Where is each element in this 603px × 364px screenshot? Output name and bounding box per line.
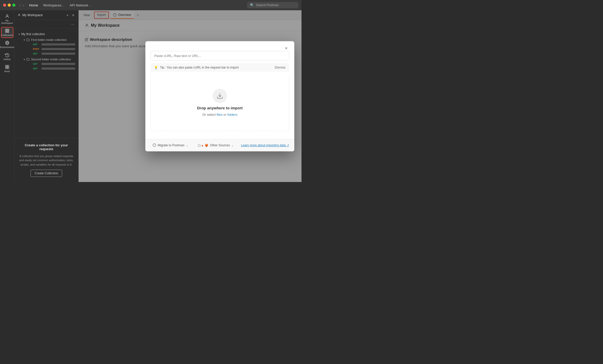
left-panel: My Workspace + ≡ ··· ▾ My first collecti… xyxy=(14,10,79,182)
github-icon: ⬡ xyxy=(198,143,201,147)
files-link[interactable]: files xyxy=(216,112,222,116)
more-options-button[interactable]: ··· xyxy=(70,22,75,27)
workspace-label: My Workspace xyxy=(1,19,13,24)
chevron-down-icon: ⌄ xyxy=(231,144,233,147)
request-label xyxy=(42,53,75,55)
request-row-get-3[interactable]: GET xyxy=(32,62,76,66)
app-body: My Workspace Collections Environments Hi… xyxy=(0,10,302,182)
svg-point-11 xyxy=(18,14,20,15)
search-bar[interactable]: 🔍 Search Postman xyxy=(247,2,298,8)
folder-header-2[interactable]: ▾ Second folder inside collection xyxy=(23,57,76,62)
dialog-body: 💡 Tip : You can also paste cURL in the r… xyxy=(145,51,294,139)
url-input[interactable] xyxy=(150,51,289,60)
star-icon[interactable]: ☆ xyxy=(69,32,72,36)
dialog-close-button[interactable]: × xyxy=(283,45,289,51)
tip-bar: 💡 Tip : You can also paste cURL in the r… xyxy=(150,63,289,72)
svg-rect-2 xyxy=(5,31,9,31)
collection-item: ▾ My first collection ☆ ··· ▾ xyxy=(14,31,78,72)
nav-api-network[interactable]: API Network ⌄ xyxy=(68,2,93,8)
nav-workspaces[interactable]: Workspaces ⌄ xyxy=(41,2,67,8)
migrate-icon xyxy=(153,143,156,147)
collections-icon xyxy=(5,28,10,33)
tip-icon: 💡 xyxy=(154,65,158,69)
dialog-footer: Migrate to Postman ⌄ ⬡ ▲ 🦊 Other Sources… xyxy=(145,139,294,151)
migrate-button[interactable]: Migrate to Postman ⌄ xyxy=(150,142,190,148)
collection-header-left: ▾ My first collection xyxy=(18,32,45,36)
tip-bar-left: 💡 Tip : You can also paste cURL in the r… xyxy=(154,65,239,69)
main-content: New Import Overview + My Workspace xyxy=(79,10,302,182)
drop-zone[interactable]: Drop anywhere to import Or select files … xyxy=(150,74,289,131)
history-icon xyxy=(5,53,10,57)
close-traffic-light[interactable] xyxy=(3,4,6,7)
folder-name-2: Second folder inside collection xyxy=(31,58,71,61)
titlebar: ‹ › Home Workspaces ⌄ API Network ⌄ 🔍 Se… xyxy=(0,0,302,10)
left-panel-header: My Workspace + ≡ xyxy=(14,10,78,20)
create-collection-title: Create a collection for your requests xyxy=(18,143,74,151)
new-collection-button[interactable]: + xyxy=(65,13,70,18)
panel-actions: + ≡ xyxy=(65,13,75,18)
request-item: GET xyxy=(23,42,76,47)
other-sources-icons: ⬡ ▲ 🦊 xyxy=(198,143,209,147)
download-icon xyxy=(216,92,223,99)
method-badge-get: GET xyxy=(33,63,40,65)
folder-header-1[interactable]: ▾ First folder inside collection xyxy=(23,37,76,42)
collections-item[interactable]: Collections xyxy=(1,27,13,38)
svg-rect-9 xyxy=(5,67,7,69)
chevron-down-icon: ⌄ xyxy=(186,144,188,147)
collection-more-icon[interactable]: ··· xyxy=(73,32,75,36)
search-icon: 🔍 xyxy=(250,3,254,7)
mock-item[interactable]: Mock xyxy=(1,63,13,74)
collection-name: My first collection xyxy=(21,32,45,36)
drop-subtitle: Or select files or folders xyxy=(202,112,238,116)
request-row-get-1[interactable]: GET xyxy=(32,43,76,46)
folder-name-1: First folder inside collection xyxy=(31,38,67,41)
import-dialog: × 💡 Tip : You can also paste cURL in the… xyxy=(145,41,294,151)
learn-more-link[interactable]: Learn more about importing data ↗ xyxy=(241,143,289,147)
request-item: GET xyxy=(23,66,76,71)
search-placeholder: Search Postman xyxy=(256,3,279,7)
svg-rect-10 xyxy=(7,67,9,69)
history-label: History xyxy=(3,58,11,61)
method-badge-get: GET xyxy=(33,43,40,46)
folder-item-2: ▾ Second folder inside collection GET xyxy=(17,56,76,71)
create-collection-button[interactable]: Create Collection xyxy=(31,170,62,177)
filter-button[interactable]: ≡ xyxy=(71,13,75,18)
folders-link[interactable]: folders xyxy=(227,112,237,116)
icon-sidebar: My Workspace Collections Environments Hi… xyxy=(0,10,14,182)
request-row-get-2[interactable]: GET xyxy=(32,52,76,55)
request-label xyxy=(42,48,75,50)
dismiss-button[interactable]: Dismiss xyxy=(275,65,286,69)
drop-title: Drop anywhere to import xyxy=(197,106,243,110)
forward-button[interactable]: › xyxy=(23,3,24,7)
request-item: POST xyxy=(23,47,76,51)
collection-header[interactable]: ▾ My first collection ☆ ··· xyxy=(17,31,76,37)
environments-icon xyxy=(5,41,10,45)
back-button[interactable]: ‹ xyxy=(20,3,21,7)
nav-home[interactable]: Home xyxy=(27,2,40,8)
svg-rect-3 xyxy=(5,32,9,33)
method-badge-post: POST xyxy=(33,48,40,50)
folder-icon xyxy=(26,58,30,61)
user-icon xyxy=(17,13,21,17)
request-item: GET xyxy=(23,51,76,56)
history-item[interactable]: History xyxy=(1,51,13,62)
svg-point-0 xyxy=(6,15,8,16)
create-collection-section: Create a collection for your requests A … xyxy=(14,138,78,182)
request-label xyxy=(42,43,75,45)
request-row-get-4[interactable]: GET xyxy=(32,67,76,70)
traffic-lights xyxy=(3,4,15,7)
workspace-item[interactable]: My Workspace xyxy=(1,12,13,26)
request-label xyxy=(42,63,75,65)
environments-item[interactable]: Environments xyxy=(1,39,13,50)
maximize-traffic-light[interactable] xyxy=(12,4,15,7)
collections-label: Collections xyxy=(1,34,13,36)
request-row-post-1[interactable]: POST xyxy=(32,47,76,51)
chevron-down-icon: ▾ xyxy=(24,39,25,41)
method-badge-get: GET xyxy=(33,67,40,70)
workspace-icon xyxy=(5,14,10,18)
mock-label: Mock xyxy=(4,70,10,73)
workspace-name-label: My Workspace xyxy=(17,13,43,17)
minimize-traffic-light[interactable] xyxy=(8,4,11,7)
other-sources-button[interactable]: ⬡ ▲ 🦊 Other Sources ⌄ xyxy=(196,142,235,148)
collection-toolbar: ··· xyxy=(14,20,78,28)
